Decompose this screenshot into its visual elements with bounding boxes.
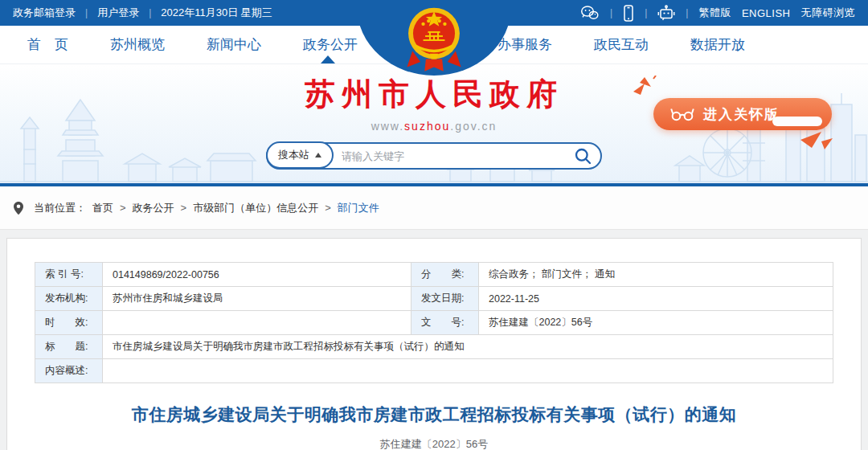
english-link[interactable]: ENGLISH <box>742 7 791 19</box>
user-login-link[interactable]: 用户登录 <box>97 6 139 20</box>
topbar-right: | | | 繁體 <box>580 5 855 22</box>
doc-title-value: 市住房城乡建设局关于明确我市房建市政工程招标投标有关事项（试行）的通知 <box>103 335 833 359</box>
paper-plane-decoration <box>797 132 833 153</box>
magnifier-icon <box>574 147 592 166</box>
robot-icon[interactable] <box>657 5 675 22</box>
doc-meta-table: 索 引 号: 014149869/2022-00756 分 类: 综合政务； 部… <box>35 262 833 383</box>
issue-date-label: 发文日期: <box>411 287 479 311</box>
index-number-label: 索 引 号: <box>35 263 103 287</box>
topbar-left: 政务邮箱登录 | 用户登录 | 2022年11月30日 星期三 <box>13 6 272 20</box>
divider: | <box>686 7 688 18</box>
nav-item-suzhou-overview[interactable]: 苏州概览 <box>110 35 165 54</box>
divider: | <box>645 7 647 18</box>
breadcrumb: 当前位置： 首页 > 政务公开 > 市级部门（单位）信息公开 > 部门文件 <box>0 186 868 230</box>
traditional-chinese-link[interactable]: 繁體版 <box>698 6 731 20</box>
table-row: 内容概述: <box>35 359 833 383</box>
search-scope-label: 搜本站 <box>278 148 309 162</box>
divider: | <box>149 7 151 18</box>
search-input[interactable] <box>334 150 574 162</box>
nav-item-home[interactable]: 首 页 <box>27 35 68 54</box>
index-number-value: 014149869/2022-00756 <box>103 263 411 287</box>
nav-item-government-affairs[interactable]: 政务公开 <box>303 35 358 54</box>
table-row: 标 题: 市住房城乡建设局关于明确我市房建市政工程招标投标有关事项（试行）的通知 <box>35 335 833 359</box>
divider: | <box>85 7 88 18</box>
url-suffix: .gov.cn <box>450 120 497 133</box>
category-value: 综合政务； 部门文件； 通知 <box>479 263 833 287</box>
nav-item-open-data[interactable]: 数据开放 <box>690 35 745 54</box>
doc-number-value: 苏住建建〔2022〕56号 <box>479 311 833 335</box>
validity-label: 时 效: <box>35 311 103 335</box>
doc-number-label: 文 号: <box>411 311 479 335</box>
search-scope-dropdown[interactable]: 搜本站 <box>266 141 334 169</box>
breadcrumb-separator: > <box>120 202 126 214</box>
spark-decoration <box>632 76 659 100</box>
care-mode-button[interactable]: 进入关怀版 <box>653 98 832 130</box>
url-prefix: www. <box>371 120 404 133</box>
glasses-icon <box>669 106 695 122</box>
article-doc-number: 苏住建建〔2022〕56号 <box>35 437 833 450</box>
wechat-icon[interactable] <box>580 5 600 21</box>
content-area: 索 引 号: 014149869/2022-00756 分 类: 综合政务； 部… <box>0 230 868 450</box>
location-pin-icon <box>13 201 24 215</box>
summary-label: 内容概述: <box>35 359 103 383</box>
search-button[interactable] <box>574 147 592 166</box>
validity-value <box>103 311 411 335</box>
url-highlight: suzhou <box>404 120 450 133</box>
dropdown-arrow-icon <box>315 153 321 158</box>
summary-value <box>103 359 833 383</box>
swoosh-decoration <box>772 117 822 126</box>
table-row: 时 效: 文 号: 苏住建建〔2022〕56号 <box>35 311 833 335</box>
breadcrumb-government-affairs[interactable]: 政务公开 <box>133 201 174 215</box>
national-emblem-icon <box>400 5 468 79</box>
active-nav-caret-icon <box>321 55 335 63</box>
breadcrumb-department-documents[interactable]: 部门文件 <box>338 201 379 215</box>
issuing-agency-label: 发布机构: <box>35 287 103 311</box>
document-card: 索 引 号: 014149869/2022-00756 分 类: 综合政务； 部… <box>6 238 862 450</box>
nav-item-interaction[interactable]: 政民互动 <box>594 35 649 54</box>
mobile-icon[interactable] <box>623 5 634 22</box>
table-row: 索 引 号: 014149869/2022-00756 分 类: 综合政务； 部… <box>35 263 833 287</box>
issue-date-value: 2022-11-25 <box>479 287 833 311</box>
accessibility-link[interactable]: 无障碍浏览 <box>801 6 856 20</box>
nav-item-services[interactable]: 办事服务 <box>497 35 552 54</box>
category-label: 分 类: <box>411 263 479 287</box>
masthead: 苏州市人民政府 www.suzhou.gov.cn 搜本站 <box>0 64 868 186</box>
date-text: 2022年11月30日 星期三 <box>161 6 272 20</box>
nav-item-news-center[interactable]: 新闻中心 <box>207 35 261 54</box>
breadcrumb-separator: > <box>181 202 187 214</box>
divider: | <box>610 7 612 18</box>
care-mode-label: 进入关怀版 <box>703 105 780 124</box>
table-row: 发布机构: 苏州市住房和城乡建设局 发文日期: 2022-11-25 <box>35 287 833 311</box>
breadcrumb-department-info[interactable]: 市级部门（单位）信息公开 <box>193 201 318 215</box>
article-title: 市住房城乡建设局关于明确我市房建市政工程招标投标有关事项（试行）的通知 <box>35 403 833 426</box>
mail-login-link[interactable]: 政务邮箱登录 <box>13 6 76 20</box>
page: 政务邮箱登录 | 用户登录 | 2022年11月30日 星期三 | <box>0 0 868 450</box>
issuing-agency-value: 苏州市住房和城乡建设局 <box>103 287 411 311</box>
breadcrumb-separator: > <box>325 202 331 214</box>
doc-title-label: 标 题: <box>35 335 103 359</box>
site-search: 搜本站 <box>266 142 602 170</box>
breadcrumb-home[interactable]: 首页 <box>92 201 113 215</box>
breadcrumb-prefix: 当前位置： <box>34 201 86 215</box>
